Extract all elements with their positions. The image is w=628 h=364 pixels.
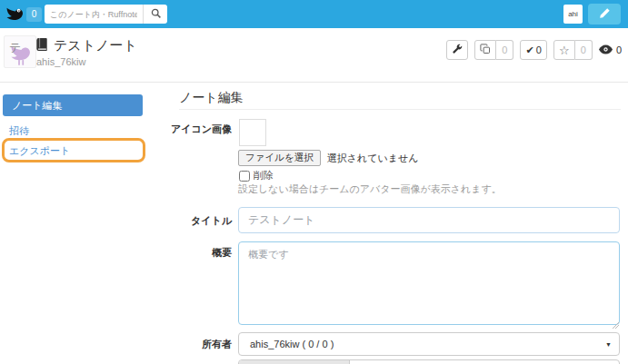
icon-help-text: 設定しない場合はチームのアバター画像が表示されます。: [238, 182, 502, 196]
magnifier-icon: [150, 7, 162, 22]
owner-label: 所有者: [136, 338, 232, 351]
delete-checkbox[interactable]: [239, 171, 250, 182]
note-title[interactable]: テストノート: [54, 37, 137, 54]
note-header: テ テストノート ahis_76kiw: [0, 28, 628, 83]
fork-count: 0: [496, 40, 513, 60]
title-input[interactable]: [238, 207, 620, 233]
owner-select-value: ahis_76kiw ( 0 / 0 ): [250, 339, 334, 349]
app-logo-bird-icon[interactable]: [4, 4, 25, 25]
sidebar-item-export[interactable]: エクスポート: [9, 144, 70, 158]
top-navbar: 0 ahi: [0, 0, 628, 28]
heading-divider: [179, 109, 621, 110]
fork-button-group: 0: [474, 40, 513, 60]
icon-image-label: アイコン画像: [136, 123, 232, 136]
file-status-text: 選択されていません: [327, 152, 419, 165]
summary-label: 概要: [136, 246, 232, 260]
eye-icon: [599, 44, 613, 56]
search-input[interactable]: [45, 5, 143, 24]
check-icon: ✔: [525, 44, 533, 56]
note-owner-name[interactable]: ahis_76kiw: [36, 56, 85, 67]
note-avatar: テ: [4, 35, 36, 68]
book-icon: [35, 38, 48, 54]
page-title: ノート編集: [179, 90, 244, 106]
note-title-row: テストノート: [35, 37, 137, 54]
star-button[interactable]: ☆: [553, 40, 575, 60]
file-input-row: ファイルを選択 選択されていません: [238, 150, 419, 166]
delete-checkbox-label[interactable]: 削除: [254, 169, 274, 182]
wrench-icon: [452, 44, 463, 56]
user-avatar[interactable]: ahi: [563, 5, 583, 24]
icon-image-preview: [239, 119, 266, 146]
check-count: 0: [536, 44, 542, 55]
star-icon: ☆: [559, 44, 570, 56]
notification-count-badge[interactable]: 0: [26, 7, 42, 22]
check-button[interactable]: ✔ 0: [520, 40, 546, 60]
clone-icon: [480, 44, 491, 56]
sidebar-item-invite[interactable]: 招待: [9, 124, 29, 138]
owner-select[interactable]: ahis_76kiw ( 0 / 0 ) ▼: [238, 332, 620, 356]
caret-down-icon: ▼: [605, 341, 612, 348]
new-page-button[interactable]: [588, 4, 621, 25]
delete-checkbox-row: 削除: [239, 169, 274, 182]
choose-file-button[interactable]: ファイルを選択: [238, 150, 321, 166]
search-button[interactable]: [143, 5, 167, 24]
ruffnote-note-settings-page: 0 ahi: [0, 0, 628, 364]
fork-button[interactable]: [474, 40, 496, 60]
star-button-group: ☆ 0: [553, 40, 593, 60]
navbar-search: [45, 5, 167, 24]
summary-textarea[interactable]: 概要です: [238, 241, 620, 325]
sidebar-item-note-edit[interactable]: ノート編集: [3, 94, 143, 116]
star-count: 0: [575, 40, 593, 60]
title-label: タイトル: [136, 214, 232, 228]
note-avatar-letter: テ: [9, 40, 21, 56]
partial-button-group[interactable]: [238, 359, 620, 364]
partial-button-segment[interactable]: [239, 360, 350, 364]
note-header-actions: 0 ✔ 0 ☆ 0 0: [446, 40, 622, 60]
watchers-indicator: 0: [599, 44, 622, 56]
watch-count: 0: [616, 44, 622, 55]
settings-wrench-button[interactable]: [446, 40, 468, 60]
pencil-icon: [599, 7, 611, 22]
